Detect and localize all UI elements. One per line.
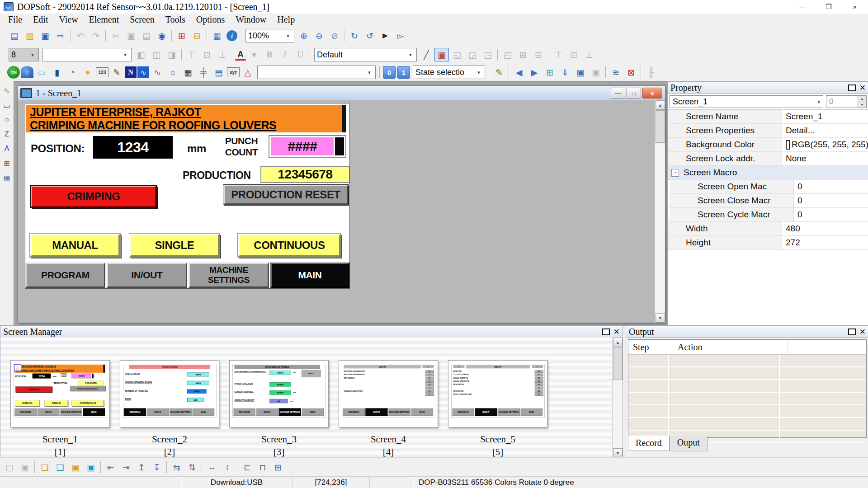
center-horizontal-icon[interactable]: ⇆ bbox=[170, 460, 184, 474]
thumbnail-name[interactable]: Screen_4 bbox=[339, 434, 438, 445]
bring-forward-icon[interactable]: ▣ bbox=[68, 460, 83, 474]
rotate-clockwise-icon[interactable]: ↻ bbox=[347, 29, 362, 42]
property-row[interactable]: Width 480 bbox=[668, 222, 868, 236]
property-row[interactable]: Screen Properties Detail... bbox=[668, 124, 868, 138]
online-simulation-icon[interactable]: ≋ bbox=[609, 66, 623, 79]
picture-mode-icon[interactable]: ▣ bbox=[434, 48, 449, 61]
menu-item-element[interactable]: Element bbox=[84, 14, 125, 25]
font-size-combo[interactable]: 8 bbox=[9, 48, 39, 61]
scroll-down-icon[interactable] bbox=[613, 448, 623, 458]
lamp-element-icon[interactable]: ● bbox=[80, 66, 95, 79]
property-object-combo[interactable]: Screen_1 bbox=[670, 95, 823, 108]
ellipse-tool-icon[interactable]: ○ bbox=[1, 114, 13, 126]
child-vertical-scrollbar[interactable] bbox=[655, 100, 665, 323]
polyline-tool-icon[interactable]: Z bbox=[1, 128, 13, 140]
center-vertical-icon[interactable]: ⇅ bbox=[185, 460, 199, 474]
slider-element-icon[interactable]: ╪ bbox=[196, 66, 211, 79]
punch-count-label[interactable]: PUNCH COUNT bbox=[219, 135, 264, 158]
spinner-down-icon[interactable] bbox=[858, 102, 866, 108]
continuous-button[interactable]: CONTINUOUS bbox=[238, 234, 341, 257]
save-file-icon[interactable]: ▣ bbox=[38, 29, 52, 42]
child-close-button[interactable]: × bbox=[642, 88, 662, 99]
add-screen-icon[interactable]: ⊞ bbox=[175, 29, 189, 42]
output-column-action[interactable]: Action bbox=[673, 340, 788, 354]
menu-item-view[interactable]: View bbox=[53, 14, 83, 25]
align-right-icon[interactable]: ⇥ bbox=[119, 460, 133, 474]
property-value[interactable]: Detail... bbox=[782, 124, 868, 137]
hmi-title-banner[interactable]: JUPITER ENTERPRISE, RAJKOT CRIMPING MACH… bbox=[26, 105, 342, 132]
menu-item-help[interactable]: Help bbox=[272, 14, 300, 25]
line-style-icon[interactable]: ╱ bbox=[419, 48, 434, 61]
compile-icon[interactable]: ⊞ bbox=[542, 66, 557, 79]
prev-screen-icon[interactable]: ◀ bbox=[512, 66, 526, 79]
panel-close-icon[interactable]: ✕ bbox=[613, 328, 620, 336]
collapse-icon[interactable]: − bbox=[671, 169, 679, 177]
alarm-element-icon[interactable]: ☼ bbox=[165, 66, 180, 79]
panel-close-icon[interactable]: ✕ bbox=[859, 328, 866, 336]
align-top-icon[interactable]: ↥ bbox=[134, 460, 149, 474]
state-1-icon[interactable]: 1 bbox=[397, 66, 410, 79]
thumbnail-card[interactable]: PROGRAMME FIRST LENGTH####LENGTH BETWEEN… bbox=[120, 360, 219, 427]
panel-restore-icon[interactable] bbox=[602, 328, 610, 335]
open-file-icon[interactable]: ▧ bbox=[23, 29, 37, 42]
punch-count-display[interactable]: #### bbox=[269, 135, 346, 158]
property-value[interactable]: 0 bbox=[794, 208, 868, 221]
minimize-button[interactable]: — bbox=[789, 0, 816, 14]
about-info-icon[interactable]: i bbox=[226, 30, 237, 41]
menu-item-file[interactable]: File bbox=[3, 14, 28, 25]
thumbnail-name[interactable]: Screen_2 bbox=[120, 434, 219, 445]
production-value-display[interactable]: 12345678 bbox=[260, 166, 350, 183]
property-row[interactable]: Screen Name Screen_1 bbox=[668, 110, 868, 124]
open-screen-icon[interactable]: ⊟ bbox=[190, 29, 204, 42]
property-row[interactable]: Screen Close Macr 0 bbox=[668, 194, 868, 208]
manual-button[interactable]: MANUAL bbox=[30, 234, 120, 257]
keypad-element-icon[interactable]: ▦ bbox=[181, 66, 195, 79]
child-window-titlebar[interactable]: 1 - Screen_1 — □ × bbox=[18, 86, 665, 101]
close-button[interactable]: × bbox=[842, 0, 868, 14]
property-row[interactable]: Background Color RGB(255, 255, 255) bbox=[668, 138, 868, 152]
note-element-icon[interactable]: ✎ bbox=[109, 66, 124, 79]
rectangle-tool-icon[interactable]: ▭ bbox=[1, 99, 13, 111]
output-column-step[interactable]: Step bbox=[628, 340, 673, 354]
space-down-icon[interactable]: ↕ bbox=[220, 460, 235, 474]
download-all-icon[interactable]: ▣ bbox=[573, 66, 588, 79]
font-name-combo[interactable] bbox=[42, 48, 132, 61]
state-selector-combo[interactable]: State selectio bbox=[413, 66, 485, 79]
panel-restore-icon[interactable] bbox=[848, 328, 856, 335]
child-restore-button[interactable]: □ bbox=[627, 88, 641, 99]
child-minimize-button[interactable]: — bbox=[611, 88, 625, 99]
scroll-up-icon[interactable] bbox=[656, 100, 665, 110]
thumbnail-name[interactable]: Screen_1 bbox=[10, 434, 110, 445]
screen-macro-group-row[interactable]: − Screen Macro bbox=[668, 166, 868, 180]
element-combo[interactable] bbox=[257, 66, 376, 79]
zoom-reset-icon[interactable]: ⊘ bbox=[327, 29, 342, 42]
zoom-in-icon[interactable]: ⊕ bbox=[297, 29, 311, 42]
print-icon[interactable]: ▦ bbox=[210, 29, 224, 42]
list-element-icon[interactable]: ▤ bbox=[212, 66, 226, 79]
property-index-spinner[interactable]: 0 bbox=[826, 95, 867, 108]
property-value[interactable]: 0 bbox=[794, 180, 868, 193]
curve-element-icon[interactable]: ∿ bbox=[150, 66, 165, 79]
property-value[interactable]: None bbox=[782, 152, 868, 165]
new-file-icon[interactable]: ▤ bbox=[7, 29, 22, 42]
pick-multi-icon[interactable]: ▻ bbox=[393, 29, 408, 42]
scrollbar-thumb[interactable] bbox=[613, 347, 623, 380]
program-nav-button[interactable]: PROGRAM bbox=[25, 263, 105, 288]
property-value[interactable]: RGB(255, 255, 255) bbox=[782, 138, 868, 151]
input-element-icon[interactable]: xyz bbox=[227, 67, 240, 77]
hmi-design-surface[interactable]: JUPITER ENTERPRISE, RAJKOT CRIMPING MACH… bbox=[25, 103, 350, 289]
scrollbar-thumb[interactable] bbox=[656, 110, 665, 143]
property-value[interactable]: 480 bbox=[782, 222, 868, 235]
position-label[interactable]: POSITION: bbox=[31, 142, 85, 155]
screen-thumbnail-screen_4[interactable]: INPUT>>ENCODER-A PHASE INPUTX0ENCODER-B … bbox=[339, 360, 438, 458]
next-screen-icon[interactable]: ▶ bbox=[527, 66, 542, 79]
screen-thumbnail-screen_2[interactable]: PROGRAMME FIRST LENGTH####LENGTH BETWEEN… bbox=[120, 360, 219, 458]
send-backward-icon[interactable]: ▣ bbox=[84, 460, 98, 474]
offline-simulation-icon[interactable]: ⊠ bbox=[624, 66, 638, 79]
position-unit-label[interactable]: mm bbox=[187, 142, 206, 155]
production-reset-button[interactable]: PRODUCTION RESET bbox=[223, 185, 348, 205]
thumbnail-name[interactable]: Screen_3 bbox=[229, 434, 329, 445]
tab-ouput[interactable]: Ouput bbox=[670, 436, 708, 451]
space-across-icon[interactable]: ↔ bbox=[205, 460, 219, 474]
export-file-icon[interactable]: ⇨ bbox=[53, 29, 68, 42]
